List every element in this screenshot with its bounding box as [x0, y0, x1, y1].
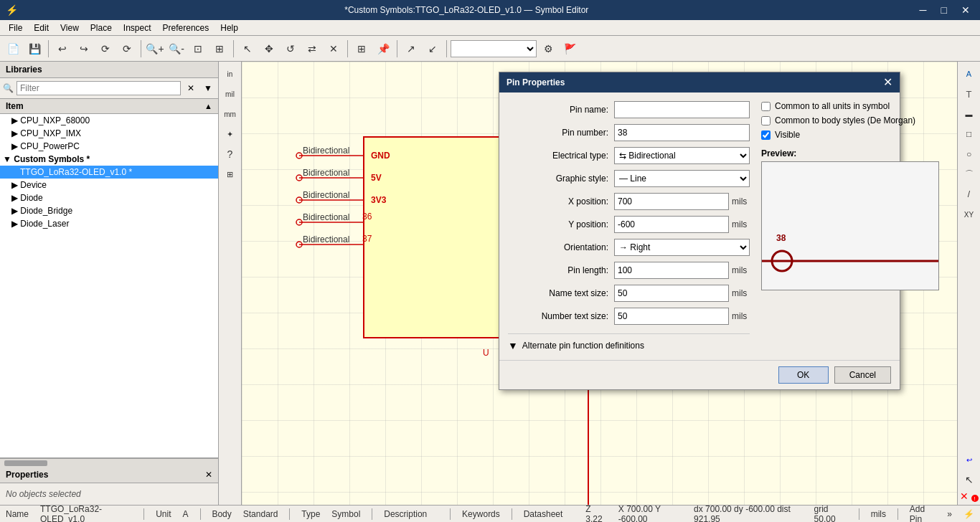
dialog-title: Pin Properties [507, 77, 565, 87]
zoom-fit-btn[interactable]: ⊡ [188, 39, 208, 59]
status-sep8 [897, 508, 898, 520]
pin-name-label: Pin name: [508, 105, 608, 115]
right-tool-5[interactable]: ○ [960, 145, 979, 163]
select-btn[interactable]: ↖ [237, 39, 258, 59]
visible-checkbox[interactable] [761, 130, 771, 140]
delete-btn[interactable]: ✕ [324, 39, 344, 59]
common-body-checkbox[interactable] [761, 116, 771, 125]
close-button[interactable]: ✕ [957, 3, 974, 17]
undo-btn[interactable]: ↩ [52, 39, 72, 59]
item-label: Item [6, 101, 24, 111]
pin-length-field: mils [614, 262, 750, 279]
status-sep1 [143, 508, 144, 520]
filter-clear-btn[interactable]: ✕ [184, 81, 198, 95]
right-tool-1[interactable]: A [960, 65, 979, 83]
status-body-label: Body [212, 509, 231, 519]
unit-mil-btn[interactable]: mil [221, 85, 240, 103]
pin-name-input[interactable] [614, 101, 750, 118]
menu-help[interactable]: Help [215, 22, 244, 34]
maximize-button[interactable]: □ [937, 3, 951, 17]
lib-item-diode[interactable]: ▶ Diode [0, 191, 218, 204]
x-position-field: mils [614, 193, 750, 210]
preview-svg: 38 [762, 162, 939, 290]
orientation-select[interactable]: → Right ← Left ↑ Up ↓ Down [614, 239, 750, 256]
refresh2-btn[interactable]: ⟳ [117, 39, 137, 59]
y-position-input[interactable] [614, 216, 729, 233]
cancel-button[interactable]: Cancel [834, 366, 891, 384]
right-tool-7[interactable]: / [960, 185, 979, 204]
zoom-custom-btn[interactable]: ⊞ [209, 39, 230, 59]
info-btn[interactable]: ? [221, 145, 240, 163]
menu-preferences[interactable]: Preferences [157, 22, 215, 34]
ok-button[interactable]: OK [778, 366, 829, 384]
right-tool-3[interactable]: ▬ [960, 105, 979, 123]
zoom-out-btn[interactable]: 🔍- [166, 39, 187, 59]
filter-options-btn[interactable]: ▼ [201, 81, 215, 95]
alternate-expand-btn[interactable]: ▼ [508, 340, 518, 351]
grid-btn[interactable]: ⊞ [221, 165, 240, 184]
lib-item-diode-bridge[interactable]: ▶ Diode_Bridge [0, 204, 218, 217]
collapse-btn[interactable]: ▲ [204, 102, 212, 110]
pin-btn[interactable]: 📌 [373, 39, 393, 59]
right-tool-6[interactable]: ⌒ [960, 165, 979, 184]
right-undo-btn[interactable]: ↩ [960, 450, 979, 469]
titlebar-icon: ⚡ [6, 4, 18, 16]
svg-text:U: U [483, 348, 489, 358]
refresh-btn[interactable]: ⟳ [95, 39, 116, 59]
menu-inspect[interactable]: Inspect [118, 22, 157, 34]
redo-btn[interactable]: ↪ [74, 39, 94, 59]
lib-item-ttgo[interactable]: TTGO_LoRa32-OLED_v1.0 * [0, 166, 218, 179]
menu-place[interactable]: Place [85, 22, 118, 34]
mirror-btn[interactable]: ⇄ [302, 39, 322, 59]
save-btn[interactable]: 💾 [24, 39, 44, 59]
new-btn[interactable]: 📄 [3, 39, 23, 59]
library-tree[interactable]: ▶ CPU_NXP_68000 ▶ CPU_NXP_IMX ▶ CPU_Powe… [0, 114, 218, 458]
dialog-left-form: Pin name: Pin number: Electrical type: ⇆… [508, 101, 750, 351]
minimize-button[interactable]: ─ [915, 3, 931, 17]
dialog-close-btn[interactable]: ✕ [883, 77, 892, 88]
flag-btn[interactable]: 🚩 [560, 39, 580, 59]
graphic-style-select[interactable]: — Line Inverted Clock [614, 170, 750, 187]
svg-text:37: 37 [362, 234, 372, 244]
cursor-star-btn[interactable]: ✦ [221, 125, 240, 143]
lib-item-device[interactable]: ▶ Device [0, 179, 218, 191]
lib-item-cpu68000[interactable]: ▶ CPU_NXP_68000 [0, 114, 218, 127]
lib-item-cpupowerpc[interactable]: ▶ CPU_PowerPC [0, 140, 218, 153]
move-btn[interactable]: ✥ [259, 39, 279, 59]
export-btn[interactable]: ↗ [401, 39, 421, 59]
import-btn[interactable]: ↙ [423, 39, 443, 59]
lib-item-cpuimx[interactable]: ▶ CPU_NXP_IMX [0, 127, 218, 140]
menu-view[interactable]: View [55, 22, 85, 34]
table-btn[interactable]: ⊞ [352, 39, 372, 59]
electrical-type-select[interactable]: ⇆ Bidirectional → Input ← Output [614, 147, 750, 164]
electrical-type-label: Electrical type: [508, 151, 608, 161]
properties-close-btn[interactable]: ✕ [205, 470, 212, 480]
pin-number-input[interactable] [614, 124, 750, 141]
right-tool-2[interactable]: T [960, 85, 979, 103]
unit-mm-btn[interactable]: mm [221, 105, 240, 123]
pin-properties-dialog: Pin Properties ✕ Pin name: Pin number: [499, 72, 900, 390]
lib-item-diode-laser[interactable]: ▶ Diode_Laser [0, 217, 218, 230]
status-grid: grid 50.00 [814, 504, 847, 523]
unit-in-btn[interactable]: in [221, 65, 240, 83]
name-text-mils: mils [732, 288, 750, 298]
menu-edit[interactable]: Edit [28, 22, 55, 34]
unit-dropdown[interactable] [451, 40, 537, 57]
right-tool-4[interactable]: □ [960, 125, 979, 143]
menu-file[interactable]: File [3, 22, 28, 34]
right-tool-8[interactable]: XY [960, 205, 979, 224]
right-cursor-btn[interactable]: ↖ [960, 470, 979, 489]
name-text-size-input[interactable] [614, 285, 729, 302]
lib-group-custom[interactable]: ▼ Custom Symbols * [0, 153, 218, 166]
sep2 [141, 40, 141, 57]
zoom-in-btn[interactable]: 🔍+ [145, 39, 165, 59]
rotate-btn[interactable]: ↺ [281, 39, 301, 59]
x-position-input[interactable] [614, 193, 729, 210]
number-text-size-input[interactable] [614, 308, 729, 325]
settings-btn[interactable]: ⚙ [538, 39, 558, 59]
common-units-checkbox[interactable] [761, 102, 771, 111]
lib-group-label: Custom Symbols * [14, 154, 90, 164]
pin-length-input[interactable] [614, 262, 729, 279]
lib-hscrollbar[interactable] [0, 458, 218, 467]
library-filter-input[interactable] [17, 81, 181, 95]
